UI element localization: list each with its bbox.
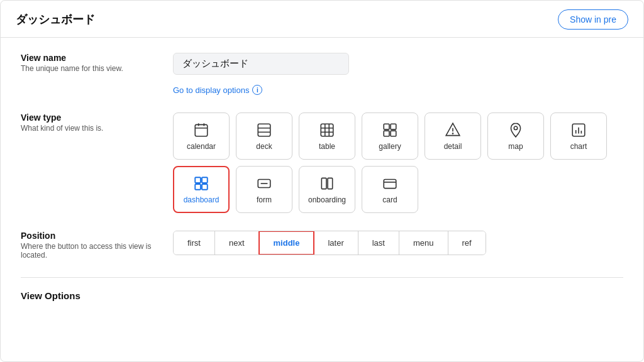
view-name-input[interactable] [173, 53, 349, 75]
view-type-onboarding[interactable]: onboarding [299, 166, 355, 213]
view-name-content: Go to display options i [173, 53, 623, 95]
page-header: ダッシュボード Show in pre [1, 1, 643, 38]
section-divider [21, 277, 623, 278]
content-area: View name The unique name for this view.… [1, 38, 643, 334]
map-icon [508, 122, 524, 138]
page-wrapper: ダッシュボード Show in pre View name The unique… [0, 0, 644, 362]
svg-rect-4 [258, 124, 270, 136]
view-type-label-block: View type What kind of view this is. [21, 112, 153, 133]
position-menu[interactable]: menu [399, 231, 448, 255]
svg-rect-27 [202, 184, 208, 190]
position-label-block: Position Where the button to access this… [21, 231, 153, 260]
view-type-gallery[interactable]: gallery [362, 112, 418, 160]
svg-rect-0 [195, 124, 208, 136]
view-type-grid: calendar deck table gal [173, 112, 623, 213]
svg-rect-30 [321, 178, 326, 189]
view-name-description: The unique name for this view. [21, 64, 153, 73]
view-type-form[interactable]: form [236, 166, 292, 213]
view-type-calendar[interactable]: calendar [173, 112, 230, 160]
svg-rect-15 [391, 131, 396, 136]
view-name-row: View name The unique name for this view.… [21, 53, 623, 95]
svg-rect-12 [384, 124, 389, 129]
card-icon [382, 175, 398, 192]
calendar-icon [193, 122, 209, 138]
svg-point-18 [452, 133, 453, 133]
view-type-content: calendar deck table gal [173, 112, 623, 213]
view-options-section: View Options [21, 290, 623, 301]
svg-rect-7 [321, 124, 333, 136]
svg-rect-14 [384, 131, 389, 136]
position-last[interactable]: last [358, 231, 399, 255]
svg-rect-25 [202, 177, 208, 183]
dashboard-icon [193, 175, 209, 192]
svg-rect-34 [384, 179, 396, 188]
view-type-dashboard[interactable]: dashboard [173, 166, 230, 213]
onboarding-icon [319, 175, 335, 192]
view-type-label: View type [21, 112, 153, 123]
position-first[interactable]: first [174, 231, 215, 255]
position-later[interactable]: later [314, 231, 358, 255]
view-type-card[interactable]: card [362, 166, 418, 213]
position-description: Where the button to access this view is … [21, 242, 153, 260]
display-options-link[interactable]: Go to display options i [173, 85, 262, 95]
svg-rect-26 [195, 184, 201, 190]
form-icon [256, 175, 272, 192]
position-row: Position Where the button to access this… [21, 231, 623, 260]
view-name-label: View name [21, 53, 153, 63]
view-type-description: What kind of view this is. [21, 124, 153, 133]
page-title: ダッシュボード [16, 12, 95, 27]
position-grid: first next middle later last menu ref [173, 231, 486, 255]
view-options-title: View Options [21, 290, 623, 301]
position-content: first next middle later last menu ref [173, 231, 623, 255]
table-icon [319, 122, 335, 138]
view-type-row: View type What kind of view this is. cal… [21, 112, 623, 213]
view-type-detail[interactable]: detail [425, 112, 481, 160]
view-type-table[interactable]: table [299, 112, 355, 160]
svg-rect-13 [391, 124, 396, 129]
info-icon: i [252, 85, 262, 95]
view-type-deck[interactable]: deck [236, 112, 292, 160]
svg-point-19 [514, 126, 517, 129]
svg-rect-24 [195, 177, 201, 183]
view-name-label-block: View name The unique name for this view. [21, 53, 153, 73]
deck-icon [256, 122, 272, 138]
gallery-icon [382, 122, 398, 138]
position-label: Position [21, 231, 153, 241]
view-type-map[interactable]: map [487, 112, 544, 160]
position-next[interactable]: next [215, 231, 259, 255]
position-ref[interactable]: ref [448, 231, 486, 255]
detail-icon [445, 122, 461, 138]
show-preview-button[interactable]: Show in pre [558, 9, 628, 30]
position-middle[interactable]: middle [258, 231, 315, 255]
view-type-chart[interactable]: chart [550, 112, 607, 160]
svg-rect-31 [328, 178, 333, 189]
display-options-link-text: Go to display options [173, 85, 249, 95]
chart-icon [570, 122, 587, 138]
